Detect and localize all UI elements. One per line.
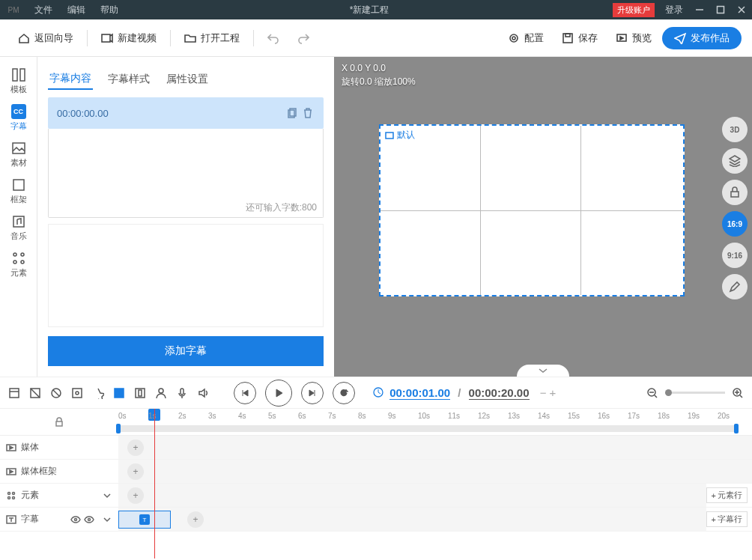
- play-button[interactable]: [265, 380, 292, 407]
- tool-lock[interactable]: [722, 180, 748, 205]
- current-time[interactable]: 00:00:01.00: [389, 386, 450, 400]
- track-body[interactable]: T+: [118, 508, 706, 531]
- svg-rect-10: [13, 180, 24, 190]
- track-body[interactable]: +: [118, 460, 752, 483]
- copy-button[interactable]: [286, 106, 300, 120]
- sidebar-material[interactable]: 素材: [0, 136, 37, 173]
- menu-edit[interactable]: 编辑: [60, 4, 93, 16]
- tab-subtitle-style[interactable]: 字幕样式: [106, 70, 151, 89]
- tab-subtitle-content[interactable]: 字幕内容: [48, 69, 93, 90]
- track-icon: [6, 442, 16, 453]
- add-clip-button[interactable]: +: [127, 463, 144, 480]
- timeline-ruler[interactable]: 0s1s2s3s4s5s6s7s8s9s10s11s12s13s14s15s16…: [118, 409, 752, 435]
- eye-icon[interactable]: [84, 514, 94, 525]
- redo-button[interactable]: [290, 28, 317, 49]
- menu-help[interactable]: 帮助: [93, 4, 126, 16]
- canvas-stage[interactable]: 默认: [379, 124, 685, 296]
- subtitle-clip[interactable]: T: [118, 511, 171, 529]
- sidebar-subtitle[interactable]: CC 字幕: [0, 100, 37, 136]
- tick: 12s: [478, 409, 508, 435]
- delete-button[interactable]: [301, 106, 315, 120]
- tool-person[interactable]: [153, 385, 169, 401]
- track-body[interactable]: +: [118, 484, 706, 507]
- canvas-collapse-handle[interactable]: [517, 365, 569, 377]
- tool-7[interactable]: [132, 385, 148, 401]
- config-button[interactable]: 配置: [500, 27, 551, 49]
- char-counter: 还可输入字数:800: [49, 198, 323, 217]
- loop-button[interactable]: [333, 382, 355, 404]
- eye-icon[interactable]: [70, 514, 81, 525]
- tool-mic[interactable]: [174, 385, 190, 401]
- tool-edit[interactable]: [722, 274, 748, 299]
- svg-rect-19: [731, 192, 739, 197]
- svg-rect-11: [13, 216, 24, 227]
- zoom-in-button[interactable]: [730, 385, 746, 401]
- tick: 11s: [448, 409, 478, 435]
- tool-1[interactable]: [6, 385, 22, 401]
- svg-rect-23: [73, 389, 82, 398]
- svg-point-35: [8, 492, 10, 494]
- svg-point-38: [13, 496, 15, 499]
- chevron-down-icon: [539, 368, 548, 374]
- pencil-icon: [729, 281, 741, 293]
- tool-ratio-169[interactable]: 16:9: [722, 211, 748, 237]
- maximize-button[interactable]: [710, 0, 731, 19]
- tool-text[interactable]: [111, 385, 127, 401]
- track-icon: [6, 490, 16, 501]
- back-wizard-button[interactable]: 返回向导: [10, 27, 81, 49]
- subtitle-textarea[interactable]: [49, 129, 323, 196]
- track-body[interactable]: +: [118, 436, 752, 459]
- preview-button[interactable]: 预览: [608, 27, 659, 49]
- tool-4[interactable]: [69, 385, 85, 401]
- close-button[interactable]: [731, 0, 752, 19]
- svg-rect-8: [20, 69, 25, 81]
- sidebar-template[interactable]: 模板: [0, 63, 37, 100]
- sidebar-element[interactable]: 元素: [0, 246, 37, 283]
- tab-properties[interactable]: 属性设置: [165, 70, 210, 89]
- track-icon: [6, 466, 16, 477]
- new-video-button[interactable]: 新建视频: [94, 27, 164, 49]
- tool-ratio-916[interactable]: 9:16: [722, 243, 748, 268]
- tick: 4s: [238, 409, 268, 435]
- menu-file[interactable]: 文件: [27, 4, 60, 16]
- sidebar-music[interactable]: 音乐: [0, 210, 37, 246]
- svg-point-12: [13, 253, 16, 256]
- tool-sound[interactable]: [195, 385, 211, 401]
- timeline-lock[interactable]: [0, 409, 118, 435]
- login-button[interactable]: 登录: [659, 4, 689, 16]
- minimize-button[interactable]: [689, 0, 710, 19]
- add-clip-button[interactable]: +: [187, 511, 204, 528]
- new-icon: [101, 32, 113, 44]
- canvas-info: X 0.0 Y 0.0 旋转0.0 缩放100%: [342, 61, 416, 88]
- next-button[interactable]: [301, 382, 324, 404]
- add-element-row-button[interactable]: + 元素行: [706, 487, 748, 503]
- tool-3[interactable]: [48, 385, 64, 401]
- total-time[interactable]: 00:00:20.00: [469, 386, 530, 400]
- svg-point-27: [159, 389, 163, 393]
- save-button[interactable]: 保存: [554, 27, 605, 49]
- open-project-button[interactable]: 打开工程: [177, 27, 247, 49]
- chevron-down-icon[interactable]: [102, 514, 112, 525]
- add-clip-button[interactable]: +: [127, 439, 144, 456]
- timecode: 00:00:01.00 / 00:00:20.00 − +: [373, 386, 556, 399]
- prev-button[interactable]: [234, 382, 256, 404]
- add-clip-button[interactable]: +: [127, 487, 144, 504]
- track-label: 媒体框架: [21, 465, 57, 478]
- chevron-down-icon[interactable]: [102, 490, 112, 501]
- add-subtitle-row-button[interactable]: + 字幕行: [706, 511, 748, 527]
- add-subtitle-button[interactable]: 添加字幕: [48, 336, 324, 366]
- lock-icon: [54, 417, 64, 427]
- undo-button[interactable]: [260, 28, 287, 49]
- zoom-out-button[interactable]: [644, 385, 661, 401]
- subtitle-time[interactable]: 00:00:00.00: [57, 108, 285, 119]
- upgrade-button[interactable]: 升级账户: [613, 3, 655, 17]
- tool-layers[interactable]: [722, 148, 748, 174]
- tool-3d[interactable]: 3D: [722, 117, 748, 142]
- publish-button[interactable]: 发布作品: [662, 27, 742, 49]
- zoom-slider[interactable]: [665, 392, 725, 394]
- svg-rect-18: [386, 133, 393, 139]
- track-icon: [6, 514, 16, 525]
- tool-5[interactable]: [90, 385, 106, 401]
- tool-2[interactable]: [27, 385, 43, 401]
- sidebar-frame[interactable]: 框架: [0, 173, 37, 210]
